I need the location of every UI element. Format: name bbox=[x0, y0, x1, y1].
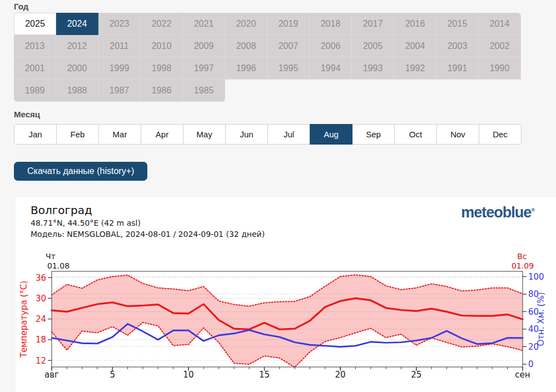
year-button-1986[interactable]: 1986 bbox=[141, 80, 183, 102]
month-button-apr[interactable]: Apr bbox=[141, 124, 183, 145]
month-button-mar[interactable]: Mar bbox=[98, 124, 141, 145]
end-date: 01.09 bbox=[512, 261, 534, 270]
download-data-button[interactable]: Скачать данные (history+) bbox=[14, 162, 147, 181]
month-button-aug[interactable]: Aug bbox=[310, 124, 353, 145]
month-button-nov[interactable]: Nov bbox=[436, 124, 479, 145]
year-button-2001[interactable]: 2001 bbox=[14, 57, 56, 80]
year-button-1990[interactable]: 1990 bbox=[479, 57, 521, 80]
left-tick-label: 36 bbox=[36, 273, 46, 283]
start-weekday: Чт bbox=[46, 252, 56, 261]
x-axis: авг510152025сен bbox=[44, 367, 530, 380]
left-tick-label: 30 bbox=[36, 294, 46, 304]
chart-subtitle-coordinates: 48.71°N, 44.50°E (42 m asl) bbox=[31, 219, 141, 227]
x-tick-label: авг bbox=[44, 370, 59, 380]
right-tick-label: 100 bbox=[528, 272, 544, 282]
left-tick-label: 12 bbox=[36, 356, 46, 366]
year-button-1996[interactable]: 1996 bbox=[225, 57, 267, 80]
year-button-1992[interactable]: 1992 bbox=[394, 57, 436, 80]
year-button-1994[interactable]: 1994 bbox=[310, 57, 352, 80]
month-button-jan[interactable]: Jan bbox=[14, 124, 57, 145]
month-button-feb[interactable]: Feb bbox=[56, 124, 99, 145]
start-date: 01.08 bbox=[47, 261, 70, 270]
year-button-1988[interactable]: 1988 bbox=[56, 80, 98, 102]
right-axis-title: Отн. Хм. (%) bbox=[536, 292, 546, 346]
month-button-oct[interactable]: Oct bbox=[394, 124, 437, 145]
end-weekday: Вс bbox=[517, 252, 527, 261]
year-button-2010[interactable]: 2010 bbox=[141, 35, 183, 57]
year-button-2000[interactable]: 2000 bbox=[56, 57, 98, 80]
left-tick-label: 18 bbox=[36, 335, 46, 345]
month-button-dec[interactable]: Dec bbox=[479, 124, 522, 145]
year-button-2002[interactable]: 2002 bbox=[479, 35, 521, 57]
x-tick-label: сен bbox=[515, 370, 530, 380]
year-section-label: Год bbox=[14, 2, 28, 11]
chart-subtitle-model: Модель: NEMSGLOBAL, 2024-08-01 / 2024-09… bbox=[31, 230, 265, 239]
year-button-2008[interactable]: 2008 bbox=[225, 35, 267, 57]
year-button-2004[interactable]: 2004 bbox=[394, 35, 436, 57]
page: Год 202520242023202220212020201920182017… bbox=[0, 0, 556, 392]
registered-mark-icon: ® bbox=[531, 207, 535, 213]
year-button-1987[interactable]: 1987 bbox=[98, 80, 141, 102]
year-button-2014[interactable]: 2014 bbox=[479, 13, 521, 35]
year-button-2018[interactable]: 2018 bbox=[310, 13, 352, 35]
year-button-1991[interactable]: 1991 bbox=[436, 57, 479, 80]
year-button-1995[interactable]: 1995 bbox=[267, 57, 310, 80]
year-button-1998[interactable]: 1998 bbox=[141, 57, 183, 80]
year-button-2016[interactable]: 2016 bbox=[394, 13, 436, 35]
month-button-may[interactable]: May bbox=[183, 124, 226, 145]
year-button-2003[interactable]: 2003 bbox=[436, 35, 479, 57]
year-button-1999[interactable]: 1999 bbox=[98, 57, 141, 80]
year-button-2023[interactable]: 2023 bbox=[98, 13, 141, 35]
year-button-2009[interactable]: 2009 bbox=[183, 35, 225, 57]
year-button-2017[interactable]: 2017 bbox=[352, 13, 394, 35]
x-tick-label: 20 bbox=[335, 370, 346, 380]
left-axis-title: Температура (°C) bbox=[19, 281, 29, 358]
month-section-label: Месяц bbox=[14, 110, 40, 119]
year-button-2013[interactable]: 2013 bbox=[14, 35, 56, 57]
year-button-2011[interactable]: 2011 bbox=[98, 35, 141, 57]
year-button-2020[interactable]: 2020 bbox=[225, 13, 267, 35]
month-button-jul[interactable]: Jul bbox=[267, 124, 310, 145]
year-button-1993[interactable]: 1993 bbox=[352, 57, 394, 80]
year-button-1985[interactable]: 1985 bbox=[183, 80, 225, 102]
x-tick-label: 5 bbox=[110, 370, 116, 380]
chart-panel: Волгоград 48.71°N, 44.50°E (42 m asl) Мо… bbox=[16, 197, 556, 392]
left-axis: 3630241812 bbox=[36, 273, 52, 366]
year-grid: 2025202420232022202120202019201820172016… bbox=[14, 13, 521, 102]
year-button-2005[interactable]: 2005 bbox=[352, 35, 394, 57]
meteoblue-logo-text: meteoblue bbox=[461, 204, 531, 221]
year-button-2006[interactable]: 2006 bbox=[310, 35, 352, 57]
year-button-2012[interactable]: 2012 bbox=[56, 35, 98, 57]
right-tick-label: 0 bbox=[528, 359, 534, 369]
year-button-2025[interactable]: 2025 bbox=[14, 13, 56, 35]
year-button-2022[interactable]: 2022 bbox=[141, 13, 183, 35]
date-end-label: Вс01.09 bbox=[512, 252, 534, 270]
year-button-2007[interactable]: 2007 bbox=[267, 35, 310, 57]
x-tick-label: 10 bbox=[183, 370, 193, 380]
month-button-jun[interactable]: Jun bbox=[225, 124, 268, 145]
left-tick-label: 24 bbox=[36, 314, 46, 324]
year-button-1989[interactable]: 1989 bbox=[14, 80, 56, 102]
chart-title: Волгоград bbox=[31, 204, 92, 217]
x-tick-label: 25 bbox=[411, 370, 421, 380]
year-button-2015[interactable]: 2015 bbox=[436, 13, 479, 35]
month-button-sep[interactable]: Sep bbox=[352, 124, 395, 145]
month-row: JanFebMarAprMayJunJulAugSepOctNovDec bbox=[14, 124, 522, 145]
meteoblue-logo: meteoblue® bbox=[461, 204, 535, 221]
weather-chart: 3630241812Температура (°C)100806040200От… bbox=[16, 250, 556, 392]
year-button-2019[interactable]: 2019 bbox=[267, 13, 310, 35]
date-start-label: Чт01.08 bbox=[46, 252, 70, 270]
year-button-2024[interactable]: 2024 bbox=[56, 13, 98, 35]
year-button-2021[interactable]: 2021 bbox=[183, 13, 225, 35]
x-tick-label: 15 bbox=[259, 370, 270, 380]
year-button-1997[interactable]: 1997 bbox=[183, 57, 225, 80]
